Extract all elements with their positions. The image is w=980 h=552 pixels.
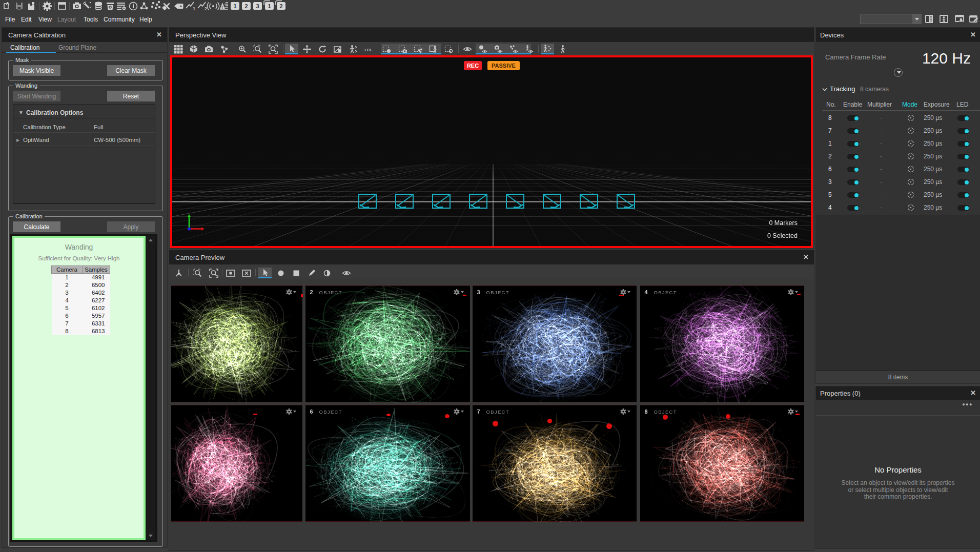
svg-text:2: 2	[244, 3, 248, 9]
svg-text:2: 2	[205, 6, 207, 11]
svg-text:LCL: LCL	[364, 47, 373, 52]
svg-text:1: 1	[233, 3, 236, 9]
svg-text:3: 3	[256, 3, 259, 9]
svg-text:1: 1	[268, 3, 271, 9]
svg-text:1: 1	[193, 6, 195, 11]
svg-text:2: 2	[279, 3, 282, 9]
